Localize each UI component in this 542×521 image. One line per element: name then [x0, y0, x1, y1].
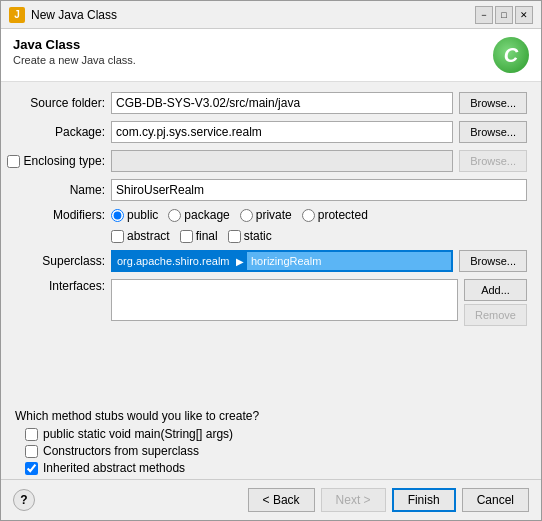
package-input[interactable] — [111, 121, 453, 143]
dialog-header: Java Class Create a new Java class. C — [1, 29, 541, 82]
modifier-protected-item: protected — [302, 208, 368, 222]
window-title: New Java Class — [31, 8, 117, 22]
close-button[interactable]: ✕ — [515, 6, 533, 24]
superclass-play-icon: ▶ — [233, 252, 247, 270]
source-folder-row: Source folder: Browse... — [15, 92, 527, 114]
modifier-package-radio[interactable] — [168, 209, 181, 222]
superclass-left-text: org.apache.shiro.realm — [113, 252, 233, 270]
interfaces-input[interactable] — [111, 279, 458, 321]
source-folder-input[interactable] — [111, 92, 453, 114]
modifier-protected-label: protected — [318, 208, 368, 222]
method-stub-2-item: Constructors from superclass — [25, 444, 527, 458]
dialog-title: Java Class — [13, 37, 136, 52]
enclosing-type-row: Enclosing type: Browse... — [15, 150, 527, 172]
superclass-right-text: horizingRealm — [247, 252, 451, 270]
name-label: Name: — [15, 183, 105, 197]
interfaces-buttons: Add... Remove — [464, 279, 527, 326]
modifier-package-label: package — [184, 208, 229, 222]
enclosing-type-input[interactable] — [111, 150, 453, 172]
maximize-button[interactable]: □ — [495, 6, 513, 24]
header-text: Java Class Create a new Java class. — [13, 37, 136, 66]
source-folder-label: Source folder: — [15, 96, 105, 110]
package-browse-button[interactable]: Browse... — [459, 121, 527, 143]
interfaces-add-button[interactable]: Add... — [464, 279, 527, 301]
interfaces-row: Interfaces: Add... Remove — [15, 279, 527, 326]
modifier-abstract-checkbox[interactable] — [111, 230, 124, 243]
enclosing-type-browse-button: Browse... — [459, 150, 527, 172]
method-stub-3-label: Inherited abstract methods — [43, 461, 185, 475]
modifier-public-label: public — [127, 208, 158, 222]
modifier-abstract-item: abstract — [111, 229, 170, 243]
title-bar-controls: − □ ✕ — [475, 6, 533, 24]
eclipse-logo: C — [493, 37, 529, 73]
enclosing-type-label: Enclosing type: — [24, 154, 105, 168]
method-stubs-section: Which method stubs would you like to cre… — [1, 409, 541, 475]
modifier-final-item: final — [180, 229, 218, 243]
modifier-public-item: public — [111, 208, 158, 222]
modifier-private-radio[interactable] — [240, 209, 253, 222]
modifier-static-label: static — [244, 229, 272, 243]
form-section: Source folder: Browse... Package: Browse… — [1, 82, 541, 409]
method-stub-3-item: Inherited abstract methods — [25, 461, 527, 475]
method-stub-3-checkbox[interactable] — [25, 462, 38, 475]
modifier-public-radio[interactable] — [111, 209, 124, 222]
title-bar: J New Java Class − □ ✕ — [1, 1, 541, 29]
modifier-static-checkbox[interactable] — [228, 230, 241, 243]
modifier-private-item: private — [240, 208, 292, 222]
modifier-final-checkbox[interactable] — [180, 230, 193, 243]
back-button[interactable]: < Back — [248, 488, 315, 512]
method-stub-2-label: Constructors from superclass — [43, 444, 199, 458]
method-stub-1-label: public static void main(String[] args) — [43, 427, 233, 441]
modifiers-sub-row: abstract final static — [111, 229, 527, 243]
modifiers-label: Modifiers: — [15, 208, 105, 222]
modifier-protected-radio[interactable] — [302, 209, 315, 222]
bottom-left: ? — [13, 489, 35, 511]
bottom-bar: ? < Back Next > Finish Cancel — [1, 479, 541, 520]
interfaces-remove-button: Remove — [464, 304, 527, 326]
superclass-browse-button[interactable]: Browse... — [459, 250, 527, 272]
method-stubs-title: Which method stubs would you like to cre… — [15, 409, 527, 423]
modifiers-radio-group: public package private protected — [111, 208, 527, 222]
next-button[interactable]: Next > — [321, 488, 386, 512]
new-java-class-dialog: J New Java Class − □ ✕ Java Class Create… — [0, 0, 542, 521]
name-input[interactable] — [111, 179, 527, 201]
package-label: Package: — [15, 125, 105, 139]
minimize-button[interactable]: − — [475, 6, 493, 24]
enclosing-type-checkbox[interactable] — [7, 155, 20, 168]
dialog-subtitle: Create a new Java class. — [13, 54, 136, 66]
modifier-package-item: package — [168, 208, 229, 222]
interfaces-label: Interfaces: — [15, 279, 105, 293]
help-button[interactable]: ? — [13, 489, 35, 511]
modifier-static-item: static — [228, 229, 272, 243]
finish-button[interactable]: Finish — [392, 488, 456, 512]
package-row: Package: Browse... — [15, 121, 527, 143]
modifier-private-label: private — [256, 208, 292, 222]
method-stub-1-item: public static void main(String[] args) — [25, 427, 527, 441]
title-bar-left: J New Java Class — [9, 7, 117, 23]
method-stubs-options: public static void main(String[] args) C… — [25, 427, 527, 475]
modifier-final-label: final — [196, 229, 218, 243]
name-row: Name: — [15, 179, 527, 201]
cancel-button[interactable]: Cancel — [462, 488, 529, 512]
method-stub-2-checkbox[interactable] — [25, 445, 38, 458]
superclass-input-wrapper[interactable]: org.apache.shiro.realm ▶ horizingRealm — [111, 250, 453, 272]
bottom-right: < Back Next > Finish Cancel — [248, 488, 529, 512]
modifiers-row: Modifiers: public package private protec… — [15, 208, 527, 222]
modifier-abstract-label: abstract — [127, 229, 170, 243]
superclass-row: Superclass: org.apache.shiro.realm ▶ hor… — [15, 250, 527, 272]
superclass-label: Superclass: — [15, 254, 105, 268]
source-folder-browse-button[interactable]: Browse... — [459, 92, 527, 114]
method-stub-1-checkbox[interactable] — [25, 428, 38, 441]
window-icon: J — [9, 7, 25, 23]
